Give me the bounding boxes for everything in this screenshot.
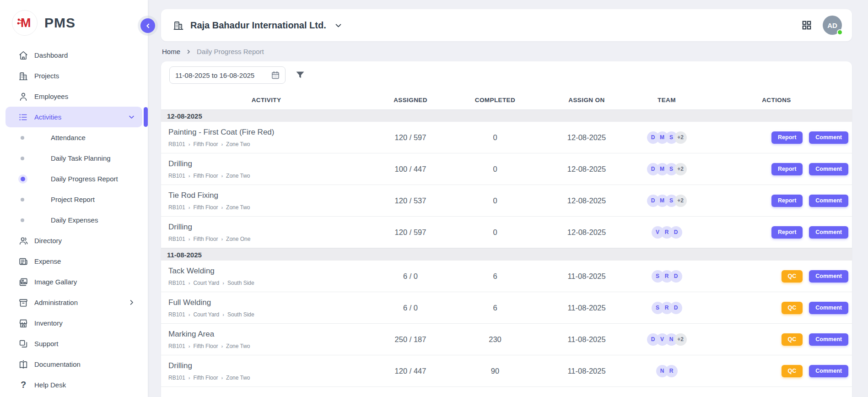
location-segment: Zone Two [226, 173, 250, 179]
chevron-right-icon [186, 49, 191, 54]
sidebar-item-expense[interactable]: Expense [0, 251, 148, 272]
team-member-avatar[interactable]: D [670, 270, 682, 283]
qc-button[interactable]: QC [782, 302, 803, 314]
report-button[interactable]: Report [771, 131, 803, 144]
comment-button[interactable]: Comment [809, 333, 848, 346]
archive-icon [18, 298, 28, 308]
team-overflow-badge[interactable]: +2 [674, 333, 687, 346]
sidebar-item-support[interactable]: Support [0, 333, 148, 354]
activity-location-path: RB101›Fifth Floor›Zone Two [168, 343, 372, 349]
actions-cell: ReportComment [701, 195, 852, 207]
qc-button[interactable]: QC [782, 365, 803, 377]
sidebar-subitem-label: Daily Task Planning [51, 154, 111, 162]
company-selector[interactable]: Raja Bahadur International Ltd. [173, 20, 342, 31]
completed-value: 0 [449, 133, 541, 142]
bullet-dot-icon [21, 177, 25, 181]
comment-button[interactable]: Comment [809, 131, 848, 144]
column-header-assigned: ASSIGNED [372, 97, 449, 103]
chevron-right-icon: › [221, 236, 223, 242]
column-header-actions: ACTIONS [701, 97, 852, 103]
sidebar-item-activities[interactable]: Activities [5, 107, 142, 127]
topbar-right: AD [802, 16, 842, 35]
comment-button[interactable]: Comment [809, 270, 848, 283]
breadcrumb-home[interactable]: Home [162, 48, 180, 55]
team-overflow-badge[interactable]: +2 [674, 195, 687, 207]
sidebar-item-dashboard[interactable]: Dashboard [0, 45, 148, 65]
sidebar-item-directory[interactable]: Directory [0, 230, 148, 251]
sidebar-subitem-daily-task-planning[interactable]: Daily Task Planning [0, 148, 148, 169]
activity-title: Drilling [168, 361, 372, 370]
user-avatar[interactable]: AD [823, 16, 842, 35]
location-segment: RB101 [168, 141, 185, 147]
squares-icon [18, 339, 28, 349]
assign-on-date: 11-08-2025 [541, 272, 632, 281]
online-status-dot [837, 29, 843, 35]
home-icon [18, 50, 28, 60]
location-segment: Zone Two [226, 204, 250, 211]
report-button[interactable]: Report [771, 163, 803, 175]
filter-funnel-icon[interactable] [295, 70, 306, 81]
actions-cell: ReportComment [701, 131, 852, 144]
location-segment: Zone Two [226, 141, 250, 147]
chevron-right-icon: › [221, 205, 223, 210]
book-icon [18, 359, 28, 370]
assigned-value: 120 / 447 [372, 367, 449, 375]
sidebar-item-projects[interactable]: Projects [0, 65, 148, 86]
team-member-avatar[interactable]: D [670, 226, 682, 239]
sidebar-subitem-attendance[interactable]: Attendance [0, 127, 148, 148]
date-range-input[interactable] [169, 66, 286, 84]
sidebar-item-administration[interactable]: Administration [0, 292, 148, 313]
sidebar-subitem-label: Project Report [51, 196, 95, 203]
activity-location-path: RB101›Fifth Floor›Zone Two [168, 204, 372, 211]
sidebar-subitem-project-report[interactable]: Project Report [0, 189, 148, 210]
team-member-avatar[interactable]: R [665, 365, 678, 377]
table-row: Tie Rod Fixing RB101›Fifth Floor›Zone Tw… [161, 185, 852, 217]
app-title: PMS [44, 15, 75, 31]
comment-button[interactable]: Comment [809, 195, 848, 207]
location-segment: RB101 [168, 204, 185, 211]
actions-cell: QCComment [701, 333, 852, 346]
activity-cell: Tack Welding RB101›Court Yard›South Side [161, 266, 372, 286]
sidebar-subitem-daily-progress-report[interactable]: Daily Progress Report [0, 169, 148, 189]
chevron-right-icon: › [221, 375, 223, 381]
completed-value: 6 [449, 304, 541, 312]
sidebar-item-employees[interactable]: Employees [0, 86, 148, 107]
qc-button[interactable]: QC [782, 270, 803, 283]
actions-cell: QCComment [701, 270, 852, 283]
chevron-right-icon: › [222, 280, 224, 286]
completed-value: 0 [449, 165, 541, 174]
assign-on-date: 12-08-2025 [541, 228, 632, 237]
team-cell: DMS+2 [632, 131, 701, 144]
comment-button[interactable]: Comment [809, 302, 848, 314]
completed-value: 0 [449, 228, 541, 237]
sidebar-item-image-gallery[interactable]: Image Gallary [0, 272, 148, 292]
team-overflow-badge[interactable]: +2 [674, 163, 687, 175]
sidebar-item-help-desk[interactable]: ?Help Desk [0, 375, 148, 395]
sidebar-nav: DashboardProjectsEmployeesActivitiesAtte… [0, 45, 148, 395]
activity-title: Tie Rod Fixing [168, 191, 372, 200]
report-button[interactable]: Report [771, 195, 803, 207]
sidebar-collapse-button[interactable] [140, 18, 155, 33]
apps-grid-icon[interactable] [802, 20, 812, 30]
chevron-right-icon: › [221, 343, 223, 349]
comment-button[interactable]: Comment [809, 163, 848, 175]
bullet-dot-icon [21, 218, 24, 222]
sidebar-item-inventory[interactable]: Inventory [0, 313, 148, 333]
company-name: Raja Bahadur International Ltd. [190, 20, 326, 31]
bullet-dot-icon [21, 198, 24, 201]
team-member-avatar[interactable]: D [670, 302, 682, 314]
sidebar-item-documentation[interactable]: Documentation [0, 354, 148, 375]
column-header-team: TEAM [632, 97, 701, 103]
list-icon [18, 112, 28, 122]
comment-button[interactable]: Comment [809, 365, 848, 377]
comment-button[interactable]: Comment [809, 226, 848, 239]
activity-title: Marking Area [168, 330, 372, 339]
assigned-value: 100 / 447 [372, 165, 449, 174]
chevron-right-icon: › [221, 141, 223, 147]
report-card: ACTIVITYASSIGNEDCOMPLETEDASSIGN ONTEAMAC… [161, 61, 852, 397]
sidebar-item-label: Documentation [34, 360, 81, 368]
qc-button[interactable]: QC [782, 333, 803, 346]
report-button[interactable]: Report [771, 226, 803, 239]
sidebar-subitem-daily-expenses[interactable]: Daily Expenses [0, 210, 148, 230]
team-overflow-badge[interactable]: +2 [674, 131, 687, 144]
